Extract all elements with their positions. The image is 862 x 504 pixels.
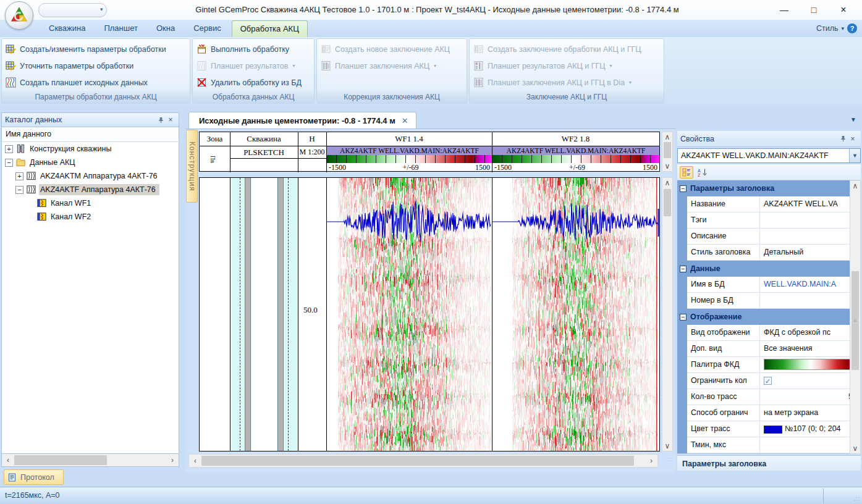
ribbon-button[interactable]: Выполнить обработку	[196, 41, 312, 57]
properties-object-selector[interactable]: AKZ4AKTF WELL.VAKD.MAIN:AKZ4AKTF ▼	[677, 148, 861, 163]
close-button[interactable]: ×	[829, 0, 858, 20]
scrollbar-thumb[interactable]	[664, 142, 671, 158]
properties-scrollbar[interactable]: ∧ ≡ ∨	[850, 180, 861, 454]
tree-item[interactable]: −AKZ4AKTF Аппаратура 4АКТ-76	[2, 183, 179, 196]
property-row[interactable]: Тмин, мкс0	[677, 437, 861, 453]
property-value[interactable]: №107 (0; 0; 204	[760, 421, 861, 437]
property-row[interactable]: Способ огранична метр экрана	[677, 405, 861, 421]
ribbon-tab-4[interactable]: Сервис	[185, 20, 229, 37]
collapse-icon[interactable]: −	[15, 186, 23, 194]
vdl-waveform-canvas[interactable]	[327, 178, 659, 452]
property-row[interactable]: Ограничить кол✓	[677, 373, 861, 389]
scroll-down-icon[interactable]: ∨	[662, 161, 672, 171]
construction-side-tab[interactable]: Конструкция	[186, 130, 198, 203]
ribbon-tab-5[interactable]: Обработка АКЦ	[232, 20, 308, 37]
print-button[interactable]	[88, 4, 101, 16]
ribbon-tab-2[interactable]: Планшет	[96, 20, 146, 37]
property-value[interactable]	[760, 212, 861, 229]
property-value[interactable]	[760, 229, 861, 245]
fkd-palette-swatch[interactable]	[764, 359, 858, 370]
property-row[interactable]: Имя в БДWELL.VAKD.MAIN:A	[677, 277, 861, 293]
combo-dropdown-icon[interactable]: ▼	[849, 149, 860, 162]
style-button[interactable]: Стиль	[816, 24, 839, 33]
scroll-down-icon[interactable]: ∨	[850, 443, 860, 453]
property-value[interactable]: AKZ4AKTF WELL.VA	[760, 196, 861, 212]
property-row[interactable]: Номер в БД5	[677, 293, 861, 309]
close-icon[interactable]: ×	[848, 135, 858, 143]
checkbox[interactable]: ✓	[764, 377, 772, 385]
tree-item[interactable]: Канал WF1	[2, 196, 179, 210]
property-value[interactable]	[760, 357, 861, 373]
chart-resize-grip[interactable]: ∙∙∙∙∙	[661, 456, 672, 466]
scrollbar-thumb[interactable]: ≡	[851, 271, 859, 370]
property-value[interactable]: на метр экрана	[760, 405, 861, 421]
scrollbar-thumb[interactable]	[14, 455, 107, 465]
sort-az-button[interactable]: A Z	[696, 166, 709, 178]
property-value[interactable]: 50	[760, 389, 861, 405]
catalog-column-header[interactable]: Имя данного	[1, 127, 179, 142]
ribbon-button[interactable]: Создать/изменить параметры обработки	[6, 41, 188, 57]
ribbon-button[interactable]: Удалить обработку из БД	[196, 74, 312, 91]
minimize-button[interactable]: —	[769, 0, 799, 20]
maximize-button[interactable]: □	[799, 0, 829, 20]
property-row[interactable]: Тэги	[677, 212, 861, 229]
pin-icon[interactable]	[838, 135, 848, 143]
scroll-up-icon[interactable]: ∧	[662, 178, 672, 188]
property-value[interactable]: WELL.VAKD.MAIN:A	[760, 277, 861, 293]
scroll-right-icon[interactable]: ›	[645, 455, 657, 467]
property-value[interactable]: 0	[760, 437, 861, 453]
property-row[interactable]: Кол-во трасс50	[677, 389, 861, 405]
document-list-dropdown-icon[interactable]: ▼	[850, 116, 856, 123]
pin-icon[interactable]	[156, 116, 166, 124]
tree-item[interactable]: −Данные АКЦ	[2, 156, 179, 169]
property-group-header[interactable]: −Отображение	[677, 309, 861, 325]
property-row[interactable]: Описание	[677, 229, 861, 245]
chart-horizontal-scrollbar[interactable]: ‹ ›	[188, 454, 658, 468]
document-tab-close-icon[interactable]: ✕	[402, 116, 408, 125]
property-row[interactable]: Цвет трасс№107 (0; 0; 204	[677, 421, 861, 437]
property-value[interactable]: 5	[760, 293, 861, 309]
waveform-plot[interactable]: 50.0	[199, 177, 660, 452]
property-value[interactable]: ФКД с обрезкой пс	[760, 325, 861, 341]
expand-icon[interactable]: +	[15, 172, 23, 180]
property-value[interactable]: Все значения	[760, 341, 861, 357]
property-group-header[interactable]: −Параметры заголовка	[677, 180, 861, 196]
property-row[interactable]: Стиль заголовкаДетальный	[677, 245, 861, 261]
app-menu-button[interactable]	[5, 1, 33, 30]
tree-item[interactable]: +AKZ4AKTM Аппаратура 4АКТ-76	[2, 169, 179, 183]
color-swatch[interactable]	[764, 426, 782, 434]
scroll-down-icon[interactable]: ∨	[662, 441, 672, 451]
collapse-icon[interactable]: −	[5, 159, 13, 167]
ribbon-tab-1[interactable]: Скважина	[41, 20, 93, 37]
collapse-icon[interactable]: −	[680, 266, 687, 272]
scroll-left-icon[interactable]: ‹	[189, 455, 201, 467]
property-row[interactable]: Вид отображениФКД с обрезкой пс	[677, 325, 861, 341]
scroll-up-icon[interactable]: ∧	[850, 181, 860, 191]
document-tab[interactable]: Исходные данные цементометрии: -0.8 - 17…	[188, 112, 416, 128]
scroll-up-icon[interactable]: ∧	[662, 132, 672, 142]
style-dropdown-icon[interactable]: ▾	[841, 25, 844, 32]
new-button[interactable]	[44, 4, 57, 16]
ribbon-button[interactable]: Создать планшет исходных данных	[6, 74, 188, 91]
catalog-horizontal-scrollbar[interactable]: ‹ ›	[1, 453, 179, 467]
ribbon-tab-3[interactable]: Окна	[148, 20, 183, 37]
property-row[interactable]: НазваниеAKZ4AKTF WELL.VA	[677, 196, 861, 212]
scrollbar-thumb[interactable]	[201, 456, 634, 466]
property-group-header[interactable]: −Данные	[677, 261, 861, 277]
window-resize-grip[interactable]: ∙∙∙∙∙	[853, 496, 860, 502]
property-value[interactable]: ✓	[760, 373, 861, 389]
scroll-right-icon[interactable]: ›	[166, 454, 179, 466]
help-icon[interactable]: ?	[847, 23, 857, 33]
ribbon-button[interactable]: Уточнить параметры обработки	[6, 57, 188, 74]
chart-header-scrollbar[interactable]: ∧ ∨	[662, 132, 673, 172]
categorized-view-button[interactable]	[680, 166, 693, 178]
scroll-left-icon[interactable]: ‹	[2, 454, 14, 466]
tree-item[interactable]: +Конструкция скважины	[2, 142, 179, 156]
open-button[interactable]	[59, 4, 72, 16]
property-row[interactable]: Доп. видВсе значения	[677, 341, 861, 357]
quick-access-more-icon[interactable]: ▾	[100, 6, 103, 12]
property-value[interactable]: Детальный	[760, 245, 861, 261]
scrollbar-thumb[interactable]	[664, 189, 671, 216]
tree-item[interactable]: Канал WF2	[2, 210, 179, 224]
chart-vertical-scrollbar[interactable]: ∧ ∨	[662, 177, 673, 452]
